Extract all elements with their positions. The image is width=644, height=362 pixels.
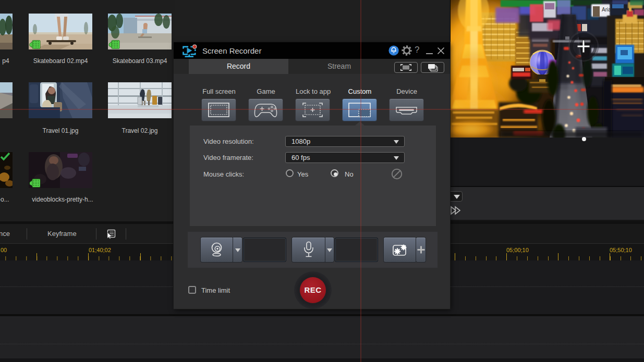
- svg-text:Aria: Aria: [602, 7, 611, 13]
